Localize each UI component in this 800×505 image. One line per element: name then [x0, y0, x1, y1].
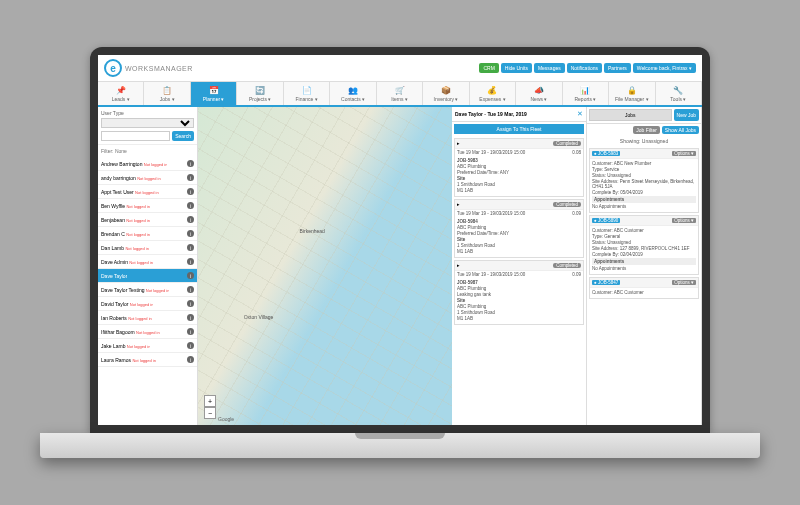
fleet-title: Dave Taylor - Tue 19 Mar, 2019: [455, 111, 527, 117]
user-row[interactable]: andy barrington Not logged ini: [98, 171, 197, 185]
job-id-badge: ● JOB-5847: [592, 280, 620, 285]
site-label: Site: [457, 298, 581, 303]
info-icon[interactable]: i: [187, 272, 194, 279]
user-row[interactable]: Laura Ramos Not logged ini: [98, 353, 197, 367]
nav-item[interactable]: 📄Finance ▾: [284, 82, 330, 105]
user-name: David Taylor Not logged in: [101, 301, 153, 307]
user-status: Not logged in: [126, 218, 150, 223]
job-addr2: M1 1AB: [457, 249, 581, 254]
nav-label: Reports ▾: [574, 96, 596, 102]
nav-item[interactable]: 🔒File Manager ▾: [609, 82, 655, 105]
job-id: JOB-5987: [457, 280, 581, 285]
user-row[interactable]: Ian Roberts Not logged ini: [98, 311, 197, 325]
user-status: Not logged in: [137, 176, 161, 181]
user-row[interactable]: Dave Admin Not logged ini: [98, 255, 197, 269]
info-icon[interactable]: i: [187, 174, 194, 181]
assign-fleet-button[interactable]: Assign To This Fleet: [454, 124, 584, 134]
options-button[interactable]: Options ▾: [672, 218, 696, 223]
user-row[interactable]: Ben Wyffle Not logged ini: [98, 199, 197, 213]
nav-item[interactable]: 📦Inventory ▾: [423, 82, 469, 105]
user-name: Dave Taylor Testing Not logged in: [101, 287, 169, 293]
expand-icon[interactable]: ▸: [457, 202, 460, 207]
nav-item[interactable]: 📣News ▾: [516, 82, 562, 105]
user-row[interactable]: David Taylor Not logged ini: [98, 297, 197, 311]
job-time: 0.09: [572, 211, 581, 216]
site-label: Site: [457, 176, 581, 181]
card-customer: Customer: ABC New Plumber: [592, 161, 696, 166]
new-job-button[interactable]: New Job: [674, 109, 699, 121]
user-row[interactable]: Ifiithar Bagoom Not logged ini: [98, 325, 197, 339]
nav-item[interactable]: 🔧Tools ▾: [656, 82, 702, 105]
info-icon[interactable]: i: [187, 216, 194, 223]
user-row[interactable]: Appt Test User Not logged ini: [98, 185, 197, 199]
user-row[interactable]: Andrew Barrington Not logged ini: [98, 157, 197, 171]
user-name: Andrew Barrington Not logged in: [101, 161, 167, 167]
nav-item[interactable]: 🔄Projects ▾: [237, 82, 283, 105]
crm-button[interactable]: CRM: [479, 63, 498, 73]
jobs-tab[interactable]: Jobs: [589, 109, 672, 121]
unassigned-job-card[interactable]: ● JOB-5983Options ▾Customer: ABC New Plu…: [589, 148, 699, 213]
nav-item[interactable]: 💰Expenses ▾: [470, 82, 516, 105]
close-icon[interactable]: ✕: [577, 110, 583, 118]
hide-units-button[interactable]: Hide Units: [501, 63, 532, 73]
zoom-out-button[interactable]: −: [204, 407, 216, 419]
info-icon[interactable]: i: [187, 258, 194, 265]
info-icon[interactable]: i: [187, 328, 194, 335]
job-card[interactable]: ▸CompletedTue 19 Mar 19 - 19/03/2019 15:…: [454, 260, 584, 325]
appointments-text: No Appointments: [592, 266, 696, 271]
info-icon[interactable]: i: [187, 286, 194, 293]
expand-icon[interactable]: ▸: [457, 141, 460, 146]
info-icon[interactable]: i: [187, 188, 194, 195]
user-row[interactable]: Dan Lamb Not logged ini: [98, 241, 197, 255]
info-icon[interactable]: i: [187, 314, 194, 321]
zoom-in-button[interactable]: +: [204, 395, 216, 407]
nav-item[interactable]: 📊Reports ▾: [563, 82, 609, 105]
user-name: Ifiithar Bagoom Not logged in: [101, 329, 160, 335]
user-row[interactable]: Jake Lamb Not logged ini: [98, 339, 197, 353]
info-icon[interactable]: i: [187, 202, 194, 209]
info-icon[interactable]: i: [187, 300, 194, 307]
info-icon[interactable]: i: [187, 342, 194, 349]
expand-icon[interactable]: ▸: [457, 263, 460, 268]
unassigned-job-card[interactable]: ● JOB-5847Options ▾Customer: ABC Custome…: [589, 277, 699, 299]
user-row[interactable]: Dave Taylor Testing Not logged ini: [98, 283, 197, 297]
laptop-base: [40, 433, 760, 458]
user-type-select[interactable]: [101, 118, 194, 128]
info-icon[interactable]: i: [187, 230, 194, 237]
user-status: Not logged in: [146, 288, 170, 293]
user-search-input[interactable]: [101, 131, 170, 141]
options-button[interactable]: Options ▾: [672, 280, 696, 285]
show-all-jobs-button[interactable]: Show All Jobs: [662, 126, 699, 134]
card-customer: Customer: ABC Customer: [592, 228, 696, 233]
job-card[interactable]: ▸CompletedTue 19 Mar 19 - 19/03/2019 15:…: [454, 138, 584, 197]
nav-item[interactable]: 🛒Items ▾: [377, 82, 423, 105]
user-row[interactable]: Benjabean Not logged ini: [98, 213, 197, 227]
welcome-menu[interactable]: Welcome back, Fintrax ▾: [633, 63, 696, 73]
job-filter-button[interactable]: Job Filter: [633, 126, 660, 134]
job-pref: Preferred Date/Time: ANY: [457, 170, 581, 175]
nav-label: Items ▾: [391, 96, 408, 102]
info-icon[interactable]: i: [187, 356, 194, 363]
messages-button[interactable]: Messages: [534, 63, 565, 73]
job-card[interactable]: ▸CompletedTue 19 Mar 19 - 19/03/2019 15:…: [454, 199, 584, 258]
user-status: Not logged in: [127, 344, 151, 349]
info-icon[interactable]: i: [187, 244, 194, 251]
unassigned-job-card[interactable]: ● JOB-5890Options ▾Customer: ABC Custome…: [589, 215, 699, 275]
brand-logo: e WORKSMANAGER: [104, 59, 193, 77]
top-buttons: CRM Hide Units Messages Notifications Pa…: [479, 63, 696, 73]
user-name: Dan Lamb Not logged in: [101, 245, 149, 251]
partners-button[interactable]: Partners: [604, 63, 631, 73]
nav-item[interactable]: 📌Leads ▾: [98, 82, 144, 105]
info-icon[interactable]: i: [187, 160, 194, 167]
user-search-button[interactable]: Search: [172, 131, 194, 141]
nav-item[interactable]: 👥Contacts ▾: [330, 82, 376, 105]
card-complete-by: Complete By: 05/04/2019: [592, 190, 696, 195]
nav-item[interactable]: 📋Jobs ▾: [144, 82, 190, 105]
nav-item[interactable]: 📅Planner ▾: [191, 82, 237, 105]
user-row[interactable]: Dave Taylor i: [98, 269, 197, 283]
user-name: Dave Admin Not logged in: [101, 259, 153, 265]
notifications-button[interactable]: Notifications: [567, 63, 602, 73]
options-button[interactable]: Options ▾: [672, 151, 696, 156]
user-row[interactable]: Brendan C Not logged ini: [98, 227, 197, 241]
map-view[interactable]: Birkenhead Oxton Village + − Google: [198, 107, 452, 425]
